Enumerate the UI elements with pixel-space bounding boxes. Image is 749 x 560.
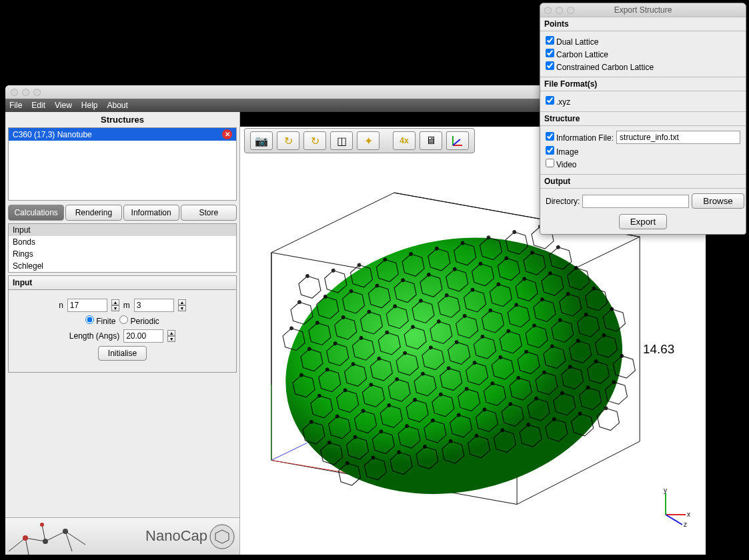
svg-point-167 xyxy=(568,365,572,369)
svg-point-125 xyxy=(343,389,347,393)
svg-point-107 xyxy=(429,346,433,350)
svg-point-189 xyxy=(534,397,538,401)
svg-point-27 xyxy=(297,300,301,304)
svg-point-201 xyxy=(397,450,401,454)
perspective-icon[interactable]: ◫ xyxy=(330,131,353,150)
finite-radio[interactable]: Finite xyxy=(85,315,115,326)
sidebar-tabs: Calculations Rendering Information Store xyxy=(8,205,237,221)
logo-mesh-icon xyxy=(5,518,112,555)
svg-point-143 xyxy=(576,339,580,343)
check-carbon-lattice[interactable]: Carbon Lattice xyxy=(546,49,608,59)
input-panel-header: Input xyxy=(8,275,237,290)
menu-about[interactable]: About xyxy=(107,101,128,110)
svg-point-19 xyxy=(461,241,465,245)
screenshot-icon[interactable]: 🖥 xyxy=(420,131,442,150)
m-stepper[interactable]: ▲▼ xyxy=(178,299,186,311)
directory-input[interactable] xyxy=(582,195,689,208)
n-input[interactable] xyxy=(67,299,107,312)
check-xyz[interactable]: .xyz xyxy=(546,96,570,107)
view-toolbar: 📷 ↻ ↻ ◫ ✦ 4x 🖥 xyxy=(244,128,475,153)
info-file-input[interactable] xyxy=(616,131,740,144)
svg-point-133 xyxy=(447,367,451,371)
svg-point-151 xyxy=(361,409,365,413)
svg-point-11 xyxy=(357,263,361,267)
tab-information[interactable]: Information xyxy=(123,205,179,221)
rotate-cw-icon[interactable]: ↻ xyxy=(277,131,299,150)
periodic-radio[interactable]: Periodic xyxy=(119,315,159,326)
m-input[interactable] xyxy=(134,299,174,312)
length-input[interactable] xyxy=(123,329,163,343)
structure-item[interactable]: C360 (17,3) Nanotube ✕ xyxy=(9,128,236,141)
m-label: m xyxy=(123,301,130,310)
svg-point-97 xyxy=(299,373,303,377)
svg-point-209 xyxy=(501,428,505,432)
section-output: Output xyxy=(540,174,746,189)
window-controls xyxy=(11,89,41,96)
svg-point-217 xyxy=(604,407,608,411)
svg-point-33 xyxy=(376,284,380,288)
dialog-titlebar: Export Structure xyxy=(540,3,746,17)
zoom-window-icon[interactable] xyxy=(33,89,41,96)
svg-point-73 xyxy=(307,347,311,351)
n-label: n xyxy=(59,301,63,310)
logo-text: NanoCap xyxy=(145,527,207,545)
menu-help[interactable]: Help xyxy=(81,101,98,110)
svg-point-77 xyxy=(359,336,363,340)
svg-marker-6 xyxy=(297,274,322,301)
svg-point-0 xyxy=(23,535,28,541)
section-points: Points xyxy=(540,17,746,31)
dialog-zoom-icon[interactable] xyxy=(567,7,574,14)
check-info-file[interactable]: Information File: xyxy=(546,132,614,143)
svg-point-197 xyxy=(345,461,349,465)
subtab-rings[interactable]: Rings xyxy=(9,248,236,260)
svg-point-147 xyxy=(309,420,313,424)
length-stepper[interactable]: ▲▼ xyxy=(167,330,175,342)
menu-edit[interactable]: Edit xyxy=(31,101,45,110)
sidebar: Structures C360 (17,3) Nanotube ✕ Calcul… xyxy=(5,112,240,555)
subtab-bonds[interactable]: Bonds xyxy=(9,236,236,248)
check-video[interactable]: Video xyxy=(546,159,576,169)
dialog-minimize-icon[interactable] xyxy=(556,7,563,14)
antialias-icon[interactable]: 4x xyxy=(393,131,416,150)
initialise-button[interactable]: Initialise xyxy=(98,346,147,361)
svg-point-41 xyxy=(479,262,483,266)
tab-store[interactable]: Store xyxy=(181,205,237,221)
svg-point-95 xyxy=(592,287,596,291)
subtab-input[interactable]: Input xyxy=(9,224,236,236)
svg-point-39 xyxy=(453,267,457,271)
svg-point-177 xyxy=(380,429,384,433)
dialog-close-icon[interactable] xyxy=(544,7,552,14)
svg-point-5 xyxy=(261,207,646,524)
n-stepper[interactable]: ▲▼ xyxy=(111,299,119,311)
minimize-window-icon[interactable] xyxy=(22,89,29,96)
menu-view[interactable]: View xyxy=(55,101,72,110)
structures-title: Structures xyxy=(5,112,239,127)
svg-point-181 xyxy=(431,419,435,423)
axes-toggle-icon[interactable] xyxy=(446,131,469,150)
structures-list[interactable]: C360 (17,3) Nanotube ✕ xyxy=(8,127,237,201)
section-formats: File Format(s) xyxy=(540,77,746,91)
target-icon[interactable]: ✦ xyxy=(357,131,380,150)
rotate-ccw-icon[interactable]: ↻ xyxy=(303,131,326,150)
tab-calculations[interactable]: Calculations xyxy=(8,205,64,221)
check-image[interactable]: Image xyxy=(546,146,578,157)
svg-point-129 xyxy=(395,377,399,381)
camera-icon[interactable]: 📷 xyxy=(250,131,273,150)
check-constrained-lattice[interactable]: Constrained Carbon Lattice xyxy=(546,61,654,72)
svg-point-93 xyxy=(566,292,570,296)
subtab-schlegel[interactable]: Schlegel xyxy=(9,260,236,272)
svg-point-89 xyxy=(514,303,518,307)
menu-file[interactable]: File xyxy=(9,101,22,110)
svg-point-53 xyxy=(341,315,345,319)
tab-rendering[interactable]: Rendering xyxy=(65,205,121,221)
dim-right-mid: 14.63 xyxy=(643,342,674,356)
svg-line-220 xyxy=(666,515,682,525)
check-dual-lattice[interactable]: Dual Lattice xyxy=(546,36,598,47)
input-panel: n ▲▼ m ▲▼ Finite Periodic Length (Angs) … xyxy=(8,290,237,373)
export-button[interactable]: Export xyxy=(619,214,668,229)
close-window-icon[interactable] xyxy=(11,89,18,96)
browse-button[interactable]: Browse xyxy=(692,193,744,209)
svg-point-69 xyxy=(548,271,552,275)
svg-point-169 xyxy=(594,359,598,363)
remove-structure-icon[interactable]: ✕ xyxy=(222,129,232,139)
